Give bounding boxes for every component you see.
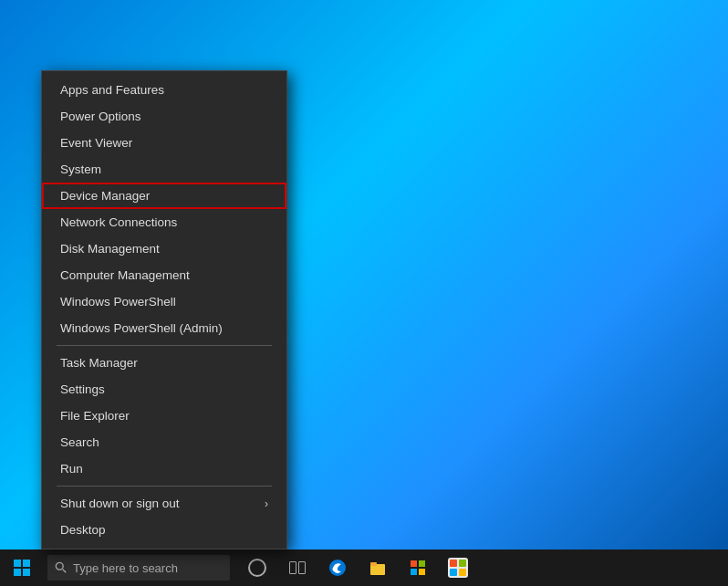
menu-item-system[interactable]: System bbox=[42, 156, 286, 183]
start-button[interactable] bbox=[0, 549, 44, 586]
svg-rect-16 bbox=[450, 569, 457, 576]
app-icon[interactable] bbox=[440, 549, 476, 586]
file-explorer-icon[interactable] bbox=[359, 549, 396, 586]
menu-item-windows-powershell-admin[interactable]: Windows PowerShell (Admin) bbox=[42, 315, 286, 341]
menu-item-label: Event Viewer bbox=[60, 136, 132, 150]
submenu-arrow-icon: › bbox=[265, 497, 268, 510]
menu-item-label: Desktop bbox=[60, 523, 106, 537]
menu-divider bbox=[57, 486, 272, 487]
menu-item-disk-management[interactable]: Disk Management bbox=[42, 235, 286, 262]
menu-item-network-connections[interactable]: Network Connections bbox=[42, 209, 286, 235]
menu-item-apps-features[interactable]: Apps and Features bbox=[42, 77, 286, 103]
svg-rect-3 bbox=[23, 569, 30, 576]
menu-item-label: Disk Management bbox=[60, 242, 160, 256]
menu-item-label: Shut down or sign out bbox=[60, 497, 180, 510]
svg-line-5 bbox=[63, 570, 67, 573]
menu-item-label: Computer Management bbox=[60, 268, 190, 282]
search-placeholder: Type here to search bbox=[73, 561, 178, 575]
menu-item-task-manager[interactable]: Task Manager bbox=[42, 350, 286, 376]
taskbar-search[interactable]: Type here to search bbox=[47, 555, 230, 581]
menu-item-search[interactable]: Search bbox=[42, 429, 286, 455]
desktop: Apps and FeaturesPower OptionsEvent View… bbox=[0, 0, 728, 586]
menu-item-label: System bbox=[60, 162, 101, 176]
svg-point-4 bbox=[56, 562, 63, 570]
svg-rect-14 bbox=[450, 560, 457, 567]
svg-rect-17 bbox=[459, 569, 466, 576]
menu-item-label: Windows PowerShell (Admin) bbox=[60, 321, 223, 335]
menu-item-event-viewer[interactable]: Event Viewer bbox=[42, 130, 286, 156]
svg-rect-8 bbox=[370, 562, 377, 566]
menu-item-shut-down-sign-out[interactable]: Shut down or sign out› bbox=[42, 490, 286, 517]
svg-rect-1 bbox=[23, 560, 30, 567]
menu-item-label: Search bbox=[60, 435, 99, 449]
taskbar-icons bbox=[239, 549, 476, 586]
menu-item-label: Task Manager bbox=[60, 356, 138, 370]
svg-rect-12 bbox=[419, 569, 425, 575]
taskbar: Type here to search bbox=[0, 549, 728, 586]
menu-item-power-options[interactable]: Power Options bbox=[42, 103, 286, 130]
menu-divider bbox=[57, 345, 272, 346]
menu-item-computer-management[interactable]: Computer Management bbox=[42, 262, 286, 288]
menu-item-label: File Explorer bbox=[60, 409, 130, 423]
task-view-button[interactable] bbox=[279, 549, 316, 586]
svg-rect-10 bbox=[419, 560, 425, 567]
menu-item-file-explorer[interactable]: File Explorer bbox=[42, 403, 286, 429]
menu-item-label: Network Connections bbox=[60, 215, 177, 229]
svg-rect-2 bbox=[14, 569, 21, 576]
menu-item-desktop[interactable]: Desktop bbox=[42, 517, 286, 543]
store-icon[interactable] bbox=[400, 549, 436, 586]
svg-rect-9 bbox=[411, 560, 417, 567]
svg-rect-11 bbox=[411, 569, 417, 575]
menu-item-windows-powershell[interactable]: Windows PowerShell bbox=[42, 288, 286, 315]
menu-item-device-manager[interactable]: Device Manager bbox=[42, 183, 286, 209]
menu-item-label: Power Options bbox=[60, 110, 141, 123]
menu-item-settings[interactable]: Settings bbox=[42, 376, 286, 403]
context-menu: Apps and FeaturesPower OptionsEvent View… bbox=[41, 70, 287, 549]
menu-item-label: Run bbox=[60, 462, 83, 476]
menu-item-label: Windows PowerShell bbox=[60, 295, 176, 309]
edge-icon[interactable] bbox=[319, 549, 356, 586]
svg-rect-15 bbox=[459, 560, 466, 567]
svg-rect-0 bbox=[14, 560, 21, 567]
menu-item-label: Settings bbox=[60, 382, 105, 396]
menu-item-label: Apps and Features bbox=[60, 83, 164, 97]
cortana-button[interactable] bbox=[239, 549, 276, 586]
menu-item-run[interactable]: Run bbox=[42, 455, 286, 482]
menu-item-label: Device Manager bbox=[60, 189, 150, 203]
